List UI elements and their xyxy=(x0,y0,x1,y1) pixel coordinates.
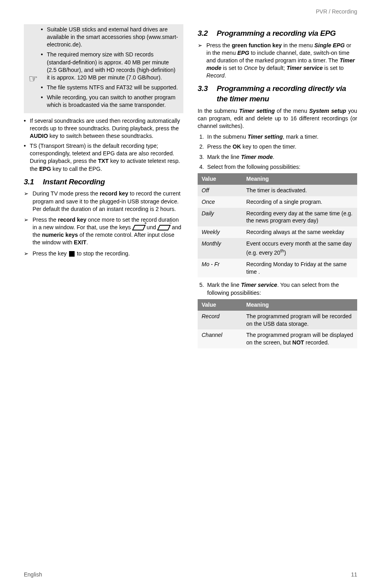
sec33-step-1: In the submenu Timer setting, mark a tim… xyxy=(206,133,357,141)
sec32-step-1: Press the green function key in the menu… xyxy=(198,42,357,80)
table-row: ChannelThe programmed program will be di… xyxy=(198,329,357,348)
content-columns: ☞ Suitable USB sticks and external hard … xyxy=(24,24,357,352)
callout-item-2: The required memory size with SD records… xyxy=(41,51,179,81)
timer-mode-table: Value Meaning OffThe timer is deactivate… xyxy=(198,173,357,278)
left-bullet-2: TS (Transport Stream) is the default rec… xyxy=(24,142,183,173)
table-row: WeeklyRecording always at the same weekd… xyxy=(198,226,357,238)
footer-language: English xyxy=(24,571,42,578)
timer-service-table: Value Meaning RecordThe programmed progr… xyxy=(198,299,357,348)
sec31-step-2: Press the record key once more to set th… xyxy=(24,216,183,247)
heading-3-2: 3.2 Programming a recording via EPG xyxy=(198,28,357,39)
breadcrumb: PVR / Recording xyxy=(24,8,357,15)
plus-key-icon xyxy=(132,225,146,230)
callout-box: ☞ Suitable USB sticks and external hard … xyxy=(24,24,183,113)
table-row: Mo - FrRecording Monday to Friday at the… xyxy=(198,259,357,278)
hand-icon: ☞ xyxy=(24,74,41,84)
heading-3-3: 3.3 Programming a recording directly via… xyxy=(198,83,357,104)
callout-item-4: While recording, you can switch to anoth… xyxy=(41,94,179,109)
table-header-value: Value xyxy=(198,173,242,185)
table-header-meaning: Meaning xyxy=(242,173,357,185)
right-column: 3.2 Programming a recording via EPG Pres… xyxy=(198,24,357,352)
footer-page-number: 11 xyxy=(351,571,357,578)
table-row: DailyRecording every day at the same tim… xyxy=(198,208,357,227)
stop-icon xyxy=(69,251,75,257)
table-row: MonthlyEvent occurs every month at the s… xyxy=(198,238,357,258)
table-row: RecordThe programmed program will be rec… xyxy=(198,311,357,330)
table-header-meaning: Meaning xyxy=(242,299,357,311)
sec33-step-5: Mark the line Timer service. You can sel… xyxy=(206,281,357,296)
sec33-step-2: Press the OK key to open the timer. xyxy=(206,143,357,151)
sec33-step-4: Select from the following possibilities: xyxy=(206,163,357,171)
page-footer: English 11 xyxy=(24,571,357,578)
sec31-step-3: Press the key to stop the recording. xyxy=(24,250,183,257)
table-header-value: Value xyxy=(198,299,242,311)
sec31-step-1: During TV mode press the record key to r… xyxy=(24,190,183,213)
callout-item-3: The file systems NTFS and FAT32 will be … xyxy=(41,84,179,91)
callout-item-1: Suitable USB sticks and external hard dr… xyxy=(41,26,179,49)
sec33-intro: In the submenu Timer setting of the menu… xyxy=(198,107,357,130)
table-row: OnceRecording of a single program. xyxy=(198,196,357,208)
left-bullet-1: If several soundtracks are used then rec… xyxy=(24,117,183,140)
left-column: ☞ Suitable USB sticks and external hard … xyxy=(24,24,183,352)
minus-key-icon xyxy=(157,225,171,230)
heading-3-1: 3.1 Instant Recording xyxy=(24,177,183,187)
table-row: OffThe timer is deactivated. xyxy=(198,185,357,196)
sec33-step-3: Mark the line Timer mode. xyxy=(206,153,357,161)
